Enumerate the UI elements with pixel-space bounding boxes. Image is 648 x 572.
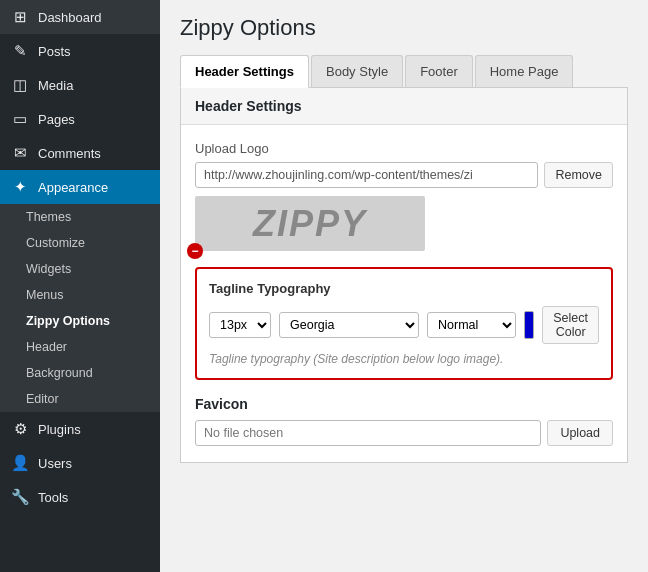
typography-hint: Tagline typography (Site description bel… — [209, 352, 599, 366]
plugins-icon: ⚙ — [10, 420, 30, 438]
content-body: Upload Logo Remove ZIPPY − Tag — [181, 125, 627, 462]
upload-logo-label: Upload Logo — [195, 141, 613, 156]
tab-body-style[interactable]: Body Style — [311, 55, 403, 87]
typography-controls: 13px 10px 11px 12px 14px 15px 16px 18px … — [209, 306, 599, 344]
logo-remove-circle[interactable]: − — [187, 243, 203, 259]
favicon-label: Favicon — [195, 396, 613, 412]
font-style-select[interactable]: Normal Bold Italic Bold Italic — [427, 312, 516, 338]
favicon-section: Favicon Upload — [195, 396, 613, 446]
sidebar-item-header[interactable]: Header — [0, 334, 160, 360]
sidebar-item-background[interactable]: Background — [0, 360, 160, 386]
sidebar: ⊞ Dashboard ✎ Posts ◫ Media ▭ Pages ✉ Co… — [0, 0, 160, 572]
appearance-icon: ✦ — [10, 178, 30, 196]
dashboard-icon: ⊞ — [10, 8, 30, 26]
sidebar-item-zippy-options[interactable]: Zippy Options — [0, 308, 160, 334]
remove-button[interactable]: Remove — [544, 162, 613, 188]
sidebar-item-customize[interactable]: Customize — [0, 230, 160, 256]
logo-preview-wrap: ZIPPY − — [195, 196, 425, 251]
appearance-submenu: Themes Customize Widgets Menus Zippy Opt… — [0, 204, 160, 412]
sidebar-item-editor[interactable]: Editor — [0, 386, 160, 412]
media-icon: ◫ — [10, 76, 30, 94]
section-header: Header Settings — [181, 88, 627, 125]
favicon-row: Upload — [195, 420, 613, 446]
posts-icon: ✎ — [10, 42, 30, 60]
comments-icon: ✉ — [10, 144, 30, 162]
font-family-select[interactable]: Georgia Arial Times New Roman Verdana Tr… — [279, 312, 419, 338]
tab-home-page[interactable]: Home Page — [475, 55, 574, 87]
sidebar-item-plugins[interactable]: ⚙ Plugins — [0, 412, 160, 446]
logo-url-input[interactable] — [195, 162, 538, 188]
pages-icon: ▭ — [10, 110, 30, 128]
logo-preview: ZIPPY — [195, 196, 425, 251]
sidebar-item-menus[interactable]: Menus — [0, 282, 160, 308]
tab-header-settings[interactable]: Header Settings — [180, 55, 309, 88]
sidebar-item-dashboard[interactable]: ⊞ Dashboard — [0, 0, 160, 34]
select-color-button[interactable]: Select Color — [542, 306, 599, 344]
users-icon: 👤 — [10, 454, 30, 472]
color-swatch[interactable] — [524, 311, 534, 339]
upload-logo-group: Upload Logo Remove ZIPPY − — [195, 141, 613, 251]
sidebar-item-themes[interactable]: Themes — [0, 204, 160, 230]
page-title: Zippy Options — [180, 15, 628, 41]
sidebar-item-pages[interactable]: ▭ Pages — [0, 102, 160, 136]
tabs-bar: Header Settings Body Style Footer Home P… — [180, 55, 628, 88]
tagline-typography-box: Tagline Typography 13px 10px 11px 12px 1… — [195, 267, 613, 380]
logo-preview-text: ZIPPY — [253, 203, 367, 245]
sidebar-item-widgets[interactable]: Widgets — [0, 256, 160, 282]
upload-button[interactable]: Upload — [547, 420, 613, 446]
sidebar-item-posts[interactable]: ✎ Posts — [0, 34, 160, 68]
logo-url-row: Remove — [195, 162, 613, 188]
sidebar-item-tools[interactable]: 🔧 Tools — [0, 480, 160, 514]
font-size-select[interactable]: 13px 10px 11px 12px 14px 15px 16px 18px … — [209, 312, 271, 338]
favicon-input[interactable] — [195, 420, 541, 446]
sidebar-item-users[interactable]: 👤 Users — [0, 446, 160, 480]
sidebar-item-comments[interactable]: ✉ Comments — [0, 136, 160, 170]
main-content: Zippy Options Header Settings Body Style… — [160, 0, 648, 572]
tab-footer[interactable]: Footer — [405, 55, 473, 87]
sidebar-item-appearance[interactable]: ✦ Appearance — [0, 170, 160, 204]
sidebar-item-media[interactable]: ◫ Media — [0, 68, 160, 102]
content-box: Header Settings Upload Logo Remove ZIPPY… — [180, 88, 628, 463]
tools-icon: 🔧 — [10, 488, 30, 506]
tagline-typography-title: Tagline Typography — [209, 281, 599, 296]
